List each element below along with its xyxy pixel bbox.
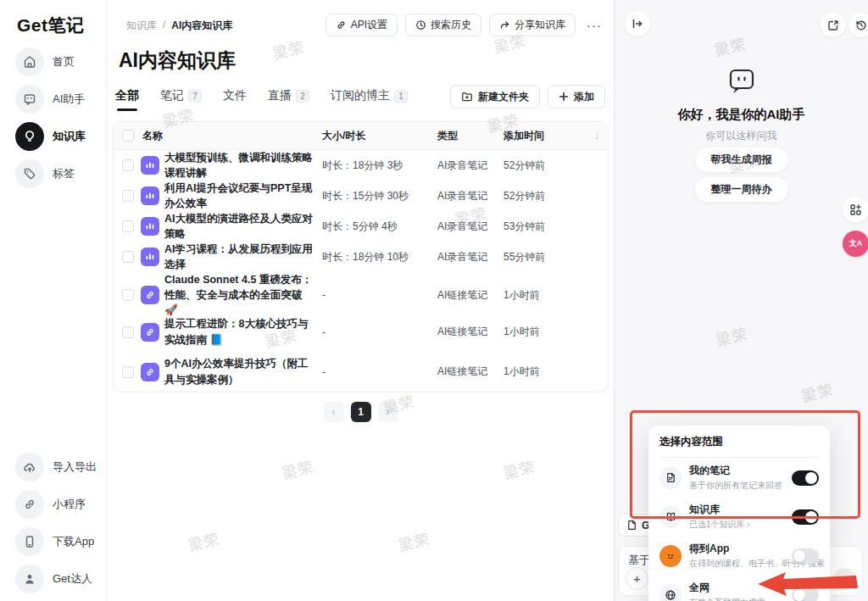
- cloud-upload-icon: [15, 453, 44, 481]
- pagination-prev-button[interactable]: ‹: [324, 402, 344, 422]
- history-button[interactable]: [849, 13, 868, 37]
- column-header-name[interactable]: 名称: [142, 129, 322, 143]
- sidebar-item-tags[interactable]: 标签: [0, 159, 107, 188]
- note-type: AI链接笔记: [437, 364, 504, 379]
- tab-live[interactable]: 直播 2: [268, 88, 309, 111]
- table-row[interactable]: Claude Sonnet 4.5 重磅发布：性能、安全与成本的全面突破 🚀 -…: [114, 272, 608, 312]
- collapse-panel-button[interactable]: [625, 11, 650, 36]
- more-actions-button[interactable]: ···: [583, 18, 605, 32]
- tabs: 全部 笔记 7 文件 直播 2 订阅的博主 1: [115, 88, 408, 111]
- sidebar-item-download-app[interactable]: 下载App: [0, 527, 107, 556]
- share-knowledge-base-button[interactable]: 分享知识库: [489, 14, 576, 36]
- table-row[interactable]: 大模型预训练、微调和训练策略课程讲解 时长：18分钟 3秒 AI录音笔记 52分…: [114, 150, 608, 181]
- widget-grid-icon: [849, 203, 862, 216]
- search-history-button[interactable]: 搜索历史: [405, 14, 481, 36]
- my-notes-toggle[interactable]: [792, 470, 819, 486]
- tab-files[interactable]: 文件: [223, 88, 247, 111]
- column-header-size[interactable]: 大小/时长: [322, 129, 437, 143]
- link-note-icon: [141, 323, 159, 342]
- tab-notes[interactable]: 笔记 7: [160, 88, 202, 111]
- document-icon: [659, 467, 682, 489]
- sidebar-item-label: 知识库: [53, 129, 86, 144]
- knowledge-base-toggle[interactable]: [792, 509, 819, 525]
- sidebar-item-label: 标签: [53, 166, 75, 181]
- scope-option-whole-web[interactable]: 全网 在整个互联网中搜索: [659, 575, 819, 601]
- api-settings-button[interactable]: API设置: [326, 14, 398, 36]
- sidebar-item-ai-assistant[interactable]: AI助手: [0, 85, 107, 114]
- note-title[interactable]: 提示工程进阶：8大核心技巧与实战指南 📘: [164, 316, 322, 347]
- note-title[interactable]: AI大模型的演进路径及人类应对策略: [164, 211, 322, 242]
- add-button[interactable]: 添加: [548, 85, 605, 109]
- note-duration: -: [322, 366, 437, 378]
- note-added-time: 55分钟前: [504, 250, 599, 264]
- composer-input-text[interactable]: 基于: [628, 553, 650, 568]
- sidebar-item-label: 首页: [53, 54, 75, 70]
- table-row[interactable]: 提示工程进阶：8大核心技巧与实战指南 📘 - AI链接笔记 1小时前: [114, 312, 608, 352]
- folder-plus-icon: [461, 91, 473, 103]
- new-folder-button[interactable]: 新建文件夹: [450, 85, 540, 109]
- scope-option-knowledge-base[interactable]: 知识库 已选1个知识库 ›: [659, 497, 819, 536]
- pagination-next-button[interactable]: ›: [378, 402, 398, 422]
- attach-button[interactable]: +: [626, 567, 648, 590]
- note-added-time: 52分钟前: [504, 159, 599, 173]
- note-title[interactable]: AI学习课程：从发展历程到应用选择: [164, 242, 322, 272]
- pagination-page-1[interactable]: 1: [351, 402, 371, 422]
- link-icon: [15, 490, 44, 519]
- note-title[interactable]: 9个AI办公效率提升技巧（附工具与实操案例）: [164, 356, 322, 387]
- scope-option-my-notes[interactable]: 我的笔记 基于你的所有笔记来回答: [659, 458, 819, 497]
- row-checkbox[interactable]: [122, 251, 134, 263]
- sidebar-item-knowledge-base[interactable]: 知识库: [0, 122, 107, 151]
- table-row[interactable]: 9个AI办公效率提升技巧（附工具与实操案例） - AI链接笔记 1小时前: [114, 352, 608, 392]
- sort-arrow-icon[interactable]: ↓: [586, 131, 599, 141]
- plus-icon: [559, 92, 569, 102]
- table-row[interactable]: 利用AI提升会议纪要与PPT呈现办公效率 时长：15分钟 30秒 AI录音笔记 …: [114, 181, 608, 211]
- dedao-app-toggle[interactable]: [792, 548, 819, 564]
- link-note-icon: [141, 363, 159, 381]
- new-chat-button[interactable]: [821, 13, 845, 37]
- breadcrumb-parent[interactable]: 知识库: [126, 19, 157, 33]
- row-checkbox[interactable]: [122, 220, 134, 232]
- column-header-time[interactable]: 添加时间: [504, 129, 586, 143]
- translate-button[interactable]: 文A: [843, 231, 868, 257]
- column-header-type[interactable]: 类型: [437, 129, 504, 143]
- sidebar-item-label: 小程序: [53, 497, 86, 512]
- note-title[interactable]: 大模型预训练、微调和训练策略课程讲解: [164, 150, 322, 181]
- whole-web-toggle[interactable]: [792, 587, 819, 601]
- row-checkbox[interactable]: [122, 190, 134, 202]
- tab-subscribed-bloggers[interactable]: 订阅的博主 1: [331, 88, 408, 111]
- breadcrumb-current: AI内容知识库: [171, 19, 232, 33]
- tab-count-badge: 2: [296, 90, 309, 103]
- option-label: 全网: [689, 581, 784, 595]
- option-description: 在整个互联网中搜索: [689, 597, 784, 601]
- sidebar-item-home[interactable]: 首页: [0, 47, 107, 76]
- audio-note-icon: [141, 156, 159, 175]
- note-title[interactable]: Claude Sonnet 4.5 重磅发布：性能、安全与成本的全面突破 🚀: [164, 272, 322, 318]
- sidebar-item-mini-program[interactable]: 小程序: [0, 490, 107, 519]
- table-row[interactable]: AI学习课程：从发展历程到应用选择 时长：18分钟 10秒 AI录音笔记 55分…: [114, 242, 608, 272]
- table-row[interactable]: AI大模型的演进路径及人类应对策略 时长：5分钟 4秒 AI录音笔记 53分钟前: [114, 211, 608, 242]
- table-actions: 新建文件夹 添加: [450, 85, 605, 109]
- breadcrumb: 知识库 / AI内容知识库: [126, 19, 232, 33]
- widget-add-button[interactable]: [843, 197, 868, 223]
- ai-assistant-panel: 你好，我是你的AI助手 你可以这样问我 帮我生成周报 整理一周待办 文A Ge …: [614, 0, 868, 601]
- row-checkbox[interactable]: [122, 366, 134, 378]
- option-description[interactable]: 已选1个知识库 ›: [689, 519, 784, 531]
- row-checkbox[interactable]: [122, 159, 134, 171]
- scope-option-dedao-app[interactable]: 得到App 在得到的课程、电子书、听书中搜索: [659, 536, 819, 575]
- send-button[interactable]: ↑: [833, 568, 855, 590]
- suggestion-weekly-todo[interactable]: 整理一周待办: [695, 177, 788, 202]
- row-checkbox[interactable]: [122, 289, 134, 301]
- sidebar-item-import-export[interactable]: 导入导出: [0, 453, 107, 481]
- document-icon: [626, 520, 637, 531]
- row-checkbox[interactable]: [122, 326, 134, 338]
- note-title[interactable]: 利用AI提升会议纪要与PPT呈现办公效率: [164, 181, 322, 211]
- suggestion-weekly-report[interactable]: 帮我生成周报: [695, 147, 788, 172]
- sidebar-item-get-expert[interactable]: Get达人: [0, 565, 107, 593]
- sidebar-nav: 首页 AI助手 知识库 标签: [0, 47, 107, 188]
- home-icon: [15, 47, 44, 76]
- option-description: 基于你的所有笔记来回答: [689, 480, 784, 492]
- tab-all[interactable]: 全部: [115, 88, 139, 111]
- select-all-checkbox[interactable]: [122, 130, 134, 142]
- link-icon: [336, 19, 347, 31]
- notes-table: 名称 大小/时长 类型 添加时间 ↓ 大模型预训练、微调和训练策略课程讲解 时长…: [113, 121, 609, 392]
